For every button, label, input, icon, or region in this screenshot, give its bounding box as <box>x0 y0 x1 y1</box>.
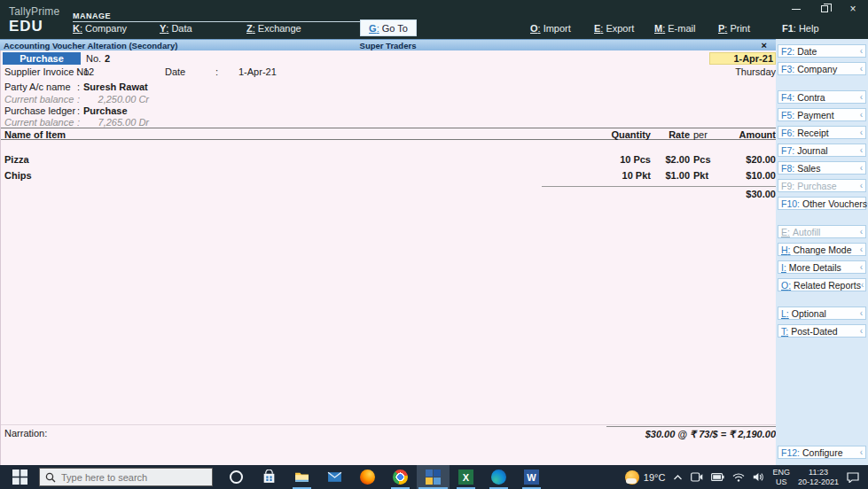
purchase-ledger-value[interactable]: Purchase <box>83 105 128 116</box>
store-icon <box>262 470 277 485</box>
colon <box>77 117 80 128</box>
item-rate: $2.00 <box>654 154 690 165</box>
sidebar-button-f3-company[interactable]: F3Company‹ <box>778 62 866 75</box>
chevron-left-icon: ‹ <box>860 181 863 190</box>
sidebar-button-f7-journal[interactable]: F7Journal‹ <box>778 144 866 157</box>
sidebar-button-related-reports[interactable]: ORelated Reports‹ <box>778 278 866 291</box>
start-button[interactable] <box>0 465 39 489</box>
purchase-ledger-label: Purchase ledger <box>4 105 75 116</box>
battery-icon[interactable] <box>711 473 724 481</box>
item-amount: $20.00 <box>714 154 776 165</box>
action-center-icon[interactable] <box>847 472 859 483</box>
system-tray: 19°C ENG US 11:23 20-12-2021 <box>625 468 868 486</box>
colon <box>77 66 80 77</box>
word-icon: W <box>524 470 539 485</box>
file-explorer-button[interactable] <box>285 465 318 489</box>
screen-close-icon[interactable]: × <box>762 40 767 50</box>
menu-item-company[interactable]: KCompany <box>73 23 127 34</box>
menu-item-export[interactable]: EExport <box>594 23 634 34</box>
chevron-left-icon: ‹ <box>860 227 863 237</box>
item-row[interactable]: Chips 10 Pkt $1.00 Pkt $10.00 <box>1 170 777 182</box>
windows-taskbar: X W 19°C ENG US 11:23 20-12-2021 <box>0 465 868 489</box>
hidden-icons-chevron-icon[interactable] <box>673 474 683 481</box>
forex-conversion-note: $30.00 @ ₹ 73/$ = ₹ 2,190.00 <box>533 429 776 440</box>
sidebar-button-f12-configure[interactable]: F12Configure‹ <box>778 446 866 459</box>
menu-item-print[interactable]: PPrint <box>718 23 750 34</box>
item-amount: $10.00 <box>714 170 776 181</box>
wifi-icon[interactable] <box>732 473 745 482</box>
sidebar-button-f8-sales[interactable]: F8Sales‹ <box>778 161 866 175</box>
item-name: Chips <box>4 170 32 181</box>
chevron-left-icon: ‹ <box>860 46 863 56</box>
voucher-no-label: No. <box>86 53 101 64</box>
ledger-balance-value: 7,265.00 Dr <box>83 117 149 128</box>
chevron-left-icon: ‹ <box>860 244 863 254</box>
language-line2: US <box>772 477 790 486</box>
narration-divider <box>1 424 777 425</box>
chevron-left-icon: ‹ <box>861 280 864 290</box>
function-key-sidebar: F2Date‹ F3Company‹ F4Contra‹ F5Payment‹ … <box>776 39 868 465</box>
manage-section-label: MANAGE <box>73 12 111 20</box>
item-rate: $1.00 <box>654 170 690 181</box>
party-account-label: Party A/c name <box>4 82 71 92</box>
manage-underline <box>73 21 362 22</box>
chevron-left-icon: ‹ <box>860 262 863 272</box>
sidebar-button-change-mode[interactable]: HChange Mode‹ <box>778 243 866 256</box>
screen-title-bar: Accounting Voucher Alteration (Secondary… <box>0 39 776 50</box>
item-table-header: Name of Item Quantity Rate per Amount <box>1 128 777 140</box>
chrome-button[interactable] <box>384 465 417 489</box>
edge-button[interactable] <box>482 465 515 489</box>
sidebar-button-f2-date[interactable]: F2Date‹ <box>778 44 866 58</box>
minimize-button[interactable] <box>788 3 804 15</box>
company-name: Super Traders <box>0 41 776 50</box>
sidebar-button-f10-other-vouchers[interactable]: F10Other Vouchers‹ <box>778 197 866 210</box>
search-input[interactable] <box>61 472 194 483</box>
mail-button[interactable] <box>318 465 351 489</box>
close-icon: × <box>849 4 856 14</box>
weather-widget[interactable]: 19°C <box>625 470 666 485</box>
menu-item-exchange[interactable]: ZExchange <box>246 23 301 34</box>
menu-item-import[interactable]: OImport <box>530 23 571 34</box>
close-button[interactable]: × <box>845 3 861 15</box>
logo-tallyprime: TallyPrime <box>9 5 59 18</box>
cortana-button[interactable] <box>220 465 253 489</box>
party-balance-label: Current balance <box>4 94 74 105</box>
firefox-button[interactable] <box>351 465 384 489</box>
supplier-invoice-value[interactable]: 12 <box>83 66 94 77</box>
meet-now-icon[interactable] <box>691 472 703 482</box>
tally-button[interactable] <box>417 465 450 489</box>
excel-button[interactable]: X <box>450 465 482 489</box>
menu-item-help[interactable]: F1Help <box>782 23 819 34</box>
column-rate: Rate <box>654 129 690 140</box>
search-box[interactable] <box>39 468 213 486</box>
item-quantity: 10 Pcs <box>533 154 651 165</box>
store-button[interactable] <box>253 465 285 489</box>
voucher-no-value[interactable]: 2 <box>105 53 110 64</box>
voucher-type-button[interactable]: Purchase <box>3 52 81 65</box>
sidebar-button-optional[interactable]: LOptional‹ <box>778 307 866 320</box>
item-row[interactable]: Pizza 10 Pcs $2.00 Pcs $20.00 <box>1 154 777 167</box>
party-account-value[interactable]: Suresh Rawat <box>83 82 148 92</box>
menu-item-email[interactable]: ME-mail <box>654 23 695 34</box>
colon <box>77 94 80 105</box>
sidebar-button-post-dated[interactable]: TPost-Dated‹ <box>778 324 866 338</box>
file-explorer-icon <box>294 470 309 485</box>
narration-label[interactable]: Narration: <box>4 428 47 439</box>
voucher-date-field[interactable]: 1-Apr-21 <box>709 52 776 65</box>
sidebar-button-more-details[interactable]: IMore Details‹ <box>778 260 866 274</box>
sidebar-button-f4-contra[interactable]: F4Contra‹ <box>778 90 866 104</box>
menu-item-data[interactable]: YData <box>160 23 192 34</box>
word-button[interactable]: W <box>515 465 548 489</box>
restore-button[interactable] <box>817 3 833 15</box>
sidebar-button-f6-receipt[interactable]: F6Receipt‹ <box>778 126 866 139</box>
cortana-icon <box>230 470 243 484</box>
sidebar-button-f5-payment[interactable]: F5Payment‹ <box>778 108 866 121</box>
goto-button[interactable]: GGo To <box>360 19 417 36</box>
clock[interactable]: 11:23 20-12-2021 <box>798 468 839 486</box>
chrome-icon <box>393 470 408 485</box>
volume-icon[interactable] <box>753 472 764 482</box>
weather-icon <box>625 470 639 485</box>
chevron-left-icon: ‹ <box>860 64 863 74</box>
item-per: Pkt <box>693 170 708 181</box>
language-indicator[interactable]: ENG US <box>772 468 790 486</box>
